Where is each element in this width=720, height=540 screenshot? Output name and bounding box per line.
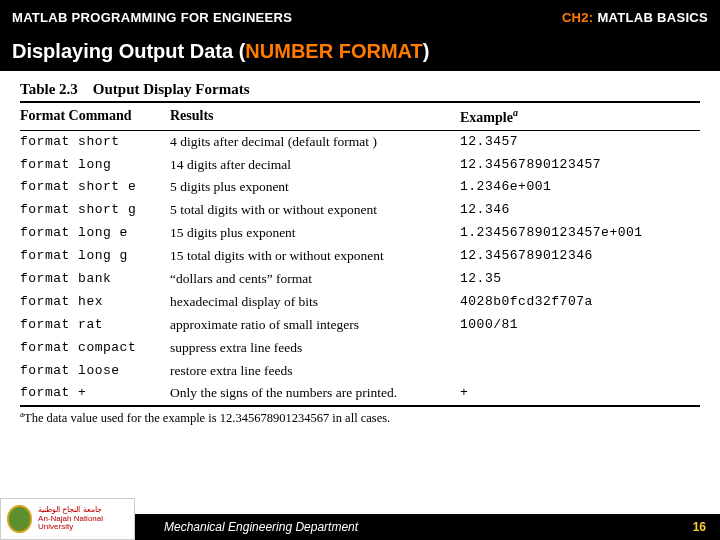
department-name: Mechanical Engineering Department bbox=[164, 520, 358, 534]
cell-example: 12.3456789012346 bbox=[460, 245, 700, 268]
table-row: format +Only the signs of the numbers ar… bbox=[20, 382, 700, 405]
col-example-text: Example bbox=[460, 110, 513, 125]
table-row: format looserestore extra line feeds bbox=[20, 360, 700, 383]
title-suffix: ) bbox=[423, 40, 430, 62]
cell-results: “dollars and cents” format bbox=[170, 268, 460, 291]
title-emph: NUMBER FORMAT bbox=[245, 40, 422, 62]
cell-results: 14 digits after decimal bbox=[170, 154, 460, 177]
header-bar: MATLAB PROGRAMMING FOR ENGINEERS CH2:MAT… bbox=[0, 0, 720, 34]
slide-title: Displaying Output Data (NUMBER FORMAT) bbox=[0, 34, 720, 71]
col-example-sup: a bbox=[513, 107, 518, 118]
cell-command: format + bbox=[20, 382, 170, 405]
table-row: format compactsuppress extra line feeds bbox=[20, 337, 700, 360]
cell-command: format loose bbox=[20, 360, 170, 383]
table-row: format short4 digits after decimal (defa… bbox=[20, 131, 700, 154]
cell-results: 5 total digits with or without exponent bbox=[170, 199, 460, 222]
cell-example: 1.2346e+001 bbox=[460, 176, 700, 199]
cell-command: format short e bbox=[20, 176, 170, 199]
cell-example: 1000/81 bbox=[460, 314, 700, 337]
table-row: format bank“dollars and cents” format12.… bbox=[20, 268, 700, 291]
university-name: جامعة النجاح الوطنية An-Najah National U… bbox=[38, 506, 128, 532]
cell-example: 12.35 bbox=[460, 268, 700, 291]
col-results: Results bbox=[170, 103, 460, 130]
emblem-icon bbox=[7, 505, 32, 533]
cell-example bbox=[460, 337, 700, 360]
table-row: format short g5 total digits with or wit… bbox=[20, 199, 700, 222]
table-caption: Table 2.3 Output Display Formats bbox=[20, 81, 700, 101]
cell-results: approximate ratio of small integers bbox=[170, 314, 460, 337]
cell-example: 12.3457 bbox=[460, 131, 700, 154]
course-title: MATLAB PROGRAMMING FOR ENGINEERS bbox=[12, 10, 292, 25]
table-row: format hexhexadecimal display of bits402… bbox=[20, 291, 700, 314]
table-row: format long14 digits after decimal12.345… bbox=[20, 154, 700, 177]
table-container: Table 2.3 Output Display Formats Format … bbox=[0, 71, 720, 427]
col-command: Format Command bbox=[20, 103, 170, 130]
cell-results: 5 digits plus exponent bbox=[170, 176, 460, 199]
cell-example: + bbox=[460, 382, 700, 405]
cell-results: 15 digits plus exponent bbox=[170, 222, 460, 245]
cell-command: format long g bbox=[20, 245, 170, 268]
table-row: format long g15 total digits with or wit… bbox=[20, 245, 700, 268]
university-logo: جامعة النجاح الوطنية An-Najah National U… bbox=[0, 498, 135, 540]
cell-results: Only the signs of the numbers are printe… bbox=[170, 382, 460, 405]
cell-command: format short g bbox=[20, 199, 170, 222]
cell-example: 4028b0fcd32f707a bbox=[460, 291, 700, 314]
cell-results: hexadecimal display of bits bbox=[170, 291, 460, 314]
cell-results: restore extra line feeds bbox=[170, 360, 460, 383]
cell-results: suppress extra line feeds bbox=[170, 337, 460, 360]
cell-command: format long bbox=[20, 154, 170, 177]
cell-example: 1.234567890123457e+001 bbox=[460, 222, 700, 245]
col-example: Examplea bbox=[460, 103, 700, 130]
cell-command: format compact bbox=[20, 337, 170, 360]
cell-example: 12.346 bbox=[460, 199, 700, 222]
university-name-en: An-Najah National University bbox=[38, 515, 128, 533]
page-number: 16 bbox=[693, 520, 706, 534]
table-row: format short e5 digits plus exponent1.23… bbox=[20, 176, 700, 199]
footnote-text: The data value used for the example is 1… bbox=[24, 412, 390, 426]
cell-results: 15 total digits with or without exponent bbox=[170, 245, 460, 268]
title-prefix: Displaying Output Data ( bbox=[12, 40, 245, 62]
table-row: format long e15 digits plus exponent1.23… bbox=[20, 222, 700, 245]
chapter-tag: CH2: bbox=[562, 10, 594, 25]
cell-command: format long e bbox=[20, 222, 170, 245]
footer-bar: جامعة النجاح الوطنية An-Najah National U… bbox=[0, 514, 720, 540]
cell-results: 4 digits after decimal (default format ) bbox=[170, 131, 460, 154]
cell-command: format hex bbox=[20, 291, 170, 314]
chapter-name: MATLAB BASICS bbox=[597, 10, 708, 25]
cell-command: format short bbox=[20, 131, 170, 154]
table-header-row: Format Command Results Examplea bbox=[20, 103, 700, 130]
cell-command: format bank bbox=[20, 268, 170, 291]
cell-example: 12.34567890123457 bbox=[460, 154, 700, 177]
table-footnote: aThe data value used for the example is … bbox=[20, 407, 700, 426]
chapter-label: CH2:MATLAB BASICS bbox=[562, 10, 708, 25]
cell-command: format rat bbox=[20, 314, 170, 337]
cell-example bbox=[460, 360, 700, 383]
table-row: format ratapproximate ratio of small int… bbox=[20, 314, 700, 337]
formats-table: Format Command Results Examplea format s… bbox=[20, 103, 700, 405]
